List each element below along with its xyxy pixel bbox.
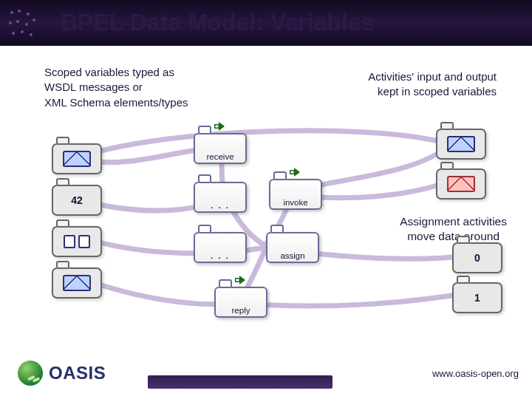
activity-receive: receive	[194, 133, 247, 164]
variable-value: 0	[474, 252, 480, 264]
caption-left-line: Scoped variables typed as	[44, 65, 188, 80]
footer-url: www.oasis-open.org	[432, 368, 519, 379]
activity-label: . . .	[194, 201, 247, 210]
svg-point-2	[27, 13, 30, 16]
activity-reply: reply	[214, 287, 267, 318]
svg-point-6	[33, 18, 35, 21]
page-title: BPEL Data Model: Variables	[61, 9, 374, 36]
caption-right-line: kept in scoped variables	[368, 84, 497, 99]
variable-message	[52, 267, 102, 299]
activity-assign: assign	[266, 232, 319, 263]
svg-point-7	[12, 32, 15, 35]
activity-label: invoke	[269, 198, 322, 207]
variable-value: 42	[71, 194, 83, 206]
arrow-icon	[235, 276, 245, 284]
activity-ellipsis: . . .	[194, 182, 247, 213]
envelope-icon	[63, 151, 91, 167]
footer: OASIS www.oasis-open.org	[0, 352, 532, 399]
diagram-stage: 42 0 1 receive . . . invoke	[0, 126, 532, 332]
variable-message-out	[436, 168, 486, 200]
oasis-logo: OASIS	[18, 361, 106, 386]
envelope-icon	[447, 136, 475, 152]
envelope-icon	[447, 176, 475, 192]
caption-left-line: WSDL messages or	[44, 80, 188, 95]
svg-point-5	[25, 23, 28, 26]
variable-message	[52, 143, 102, 174]
oasis-tagline-strip	[148, 375, 332, 389]
variable-literal-0: 0	[452, 242, 502, 273]
envelope-icon	[63, 275, 91, 291]
activity-invoke: invoke	[269, 179, 322, 210]
variable-literal-42: 42	[52, 185, 102, 216]
title-banner: BPEL Data Model: Variables	[0, 0, 532, 46]
banner-ornament	[0, 0, 44, 46]
oasis-logo-text: OASIS	[49, 363, 106, 383]
activity-ellipsis: . . .	[194, 232, 247, 263]
element-icon	[64, 235, 90, 248]
variable-message	[436, 129, 486, 160]
svg-point-1	[18, 10, 21, 13]
activity-label: assign	[266, 251, 319, 260]
variable-literal-1: 1	[452, 282, 502, 313]
activity-label: receive	[194, 152, 247, 161]
caption-right-line: Activities' input and output	[368, 69, 497, 84]
svg-point-9	[30, 33, 33, 36]
arrow-icon	[214, 123, 225, 130]
caption-left: Scoped variables typed as WSDL messages …	[44, 65, 188, 110]
caption-right: Activities' input and output kept in sco…	[368, 69, 497, 100]
caption-left-line: XML Schema elements/types	[44, 95, 188, 110]
activity-label: . . .	[194, 251, 247, 260]
svg-point-8	[21, 30, 24, 33]
svg-point-3	[9, 21, 12, 24]
variable-element	[52, 226, 102, 257]
svg-point-4	[16, 20, 19, 23]
activity-label: reply	[214, 306, 267, 315]
arrow-icon	[290, 168, 300, 176]
svg-point-0	[10, 11, 13, 14]
oasis-logo-mark	[18, 361, 43, 386]
variable-value: 1	[474, 292, 480, 304]
